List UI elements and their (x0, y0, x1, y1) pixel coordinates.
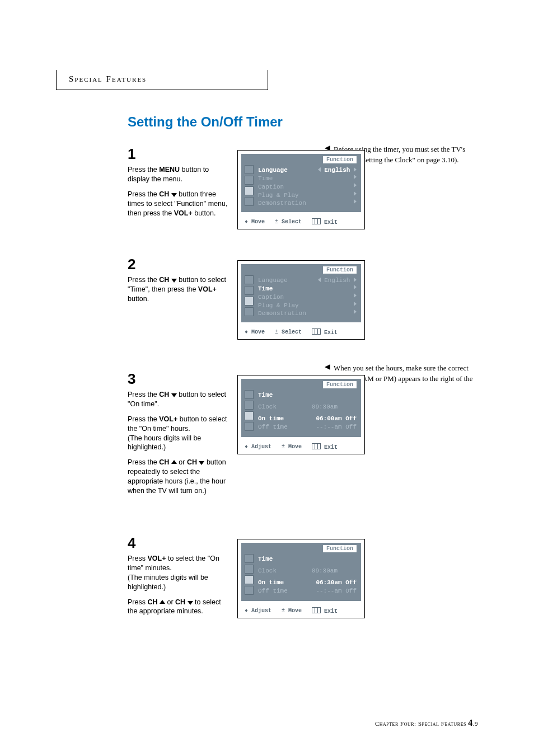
page-number-minor: .9 (473, 720, 478, 727)
osd-icon (245, 275, 254, 284)
osd-icon-active (245, 411, 254, 420)
osd-screenshot-3: Function Time Clock09:30am On time06:00a… (237, 375, 365, 454)
down-arrow-icon (188, 601, 193, 605)
step-2-text: 2 Press the CH button to select "Time", … (128, 255, 232, 304)
page-number-major: 4 (468, 718, 473, 727)
step-3-number: 3 (128, 369, 232, 389)
down-arrow-icon (171, 393, 177, 397)
osd-icon (245, 565, 254, 574)
down-arrow-icon (171, 193, 177, 197)
osd-icon (245, 165, 254, 174)
chapter-tab: Special Features (56, 70, 268, 90)
osd-icon (245, 197, 254, 206)
osd-screenshot-4: Function Time Clock09:30am On time06:30a… (237, 539, 365, 618)
osd-title: Function (323, 381, 357, 388)
osd-icon (245, 176, 254, 185)
exit-icon (312, 443, 321, 449)
osd-icon-active (245, 297, 254, 306)
step-4-number: 4 (128, 533, 232, 553)
osd-icon (245, 401, 254, 410)
down-arrow-icon (199, 461, 204, 465)
osd-title: Function (323, 156, 357, 163)
exit-icon (312, 607, 321, 613)
osd-icon-active (245, 186, 254, 195)
down-arrow-icon (171, 279, 177, 283)
chapter-tab-label: Special Features (69, 74, 147, 83)
osd-icon-active (245, 575, 254, 584)
osd-screenshot-2: Function Language English Time Caption P… (237, 260, 365, 340)
step-4-text: 4 Press VOL+ to select the "On time" min… (128, 533, 232, 616)
osd-title: Function (323, 266, 357, 274)
page-footer: Chapter Four: Special Features 4.9 (375, 718, 478, 728)
page-title: Setting the On/Off Timer (128, 114, 283, 130)
osd-icon (245, 390, 254, 399)
step-2-number: 2 (128, 255, 232, 274)
osd-title: Function (323, 545, 357, 552)
osd-icon (245, 422, 254, 431)
step-1-text: 1 Press the MENU button to display the m… (128, 144, 232, 218)
exit-icon (312, 328, 321, 335)
up-arrow-icon (160, 600, 165, 604)
osd-screenshot-1: Function Language English Time Caption P… (237, 150, 365, 229)
osd-icon (245, 286, 254, 295)
osd-icon (245, 586, 254, 595)
exit-icon (312, 218, 321, 224)
osd-icon (245, 307, 254, 316)
up-arrow-icon (171, 460, 177, 464)
osd-icon (245, 554, 254, 563)
step-1-number: 1 (128, 144, 232, 164)
step-3-text: 3 Press the CH button to select "On time… (128, 369, 232, 496)
chapter-name: Chapter Four: Special Features (375, 720, 468, 727)
